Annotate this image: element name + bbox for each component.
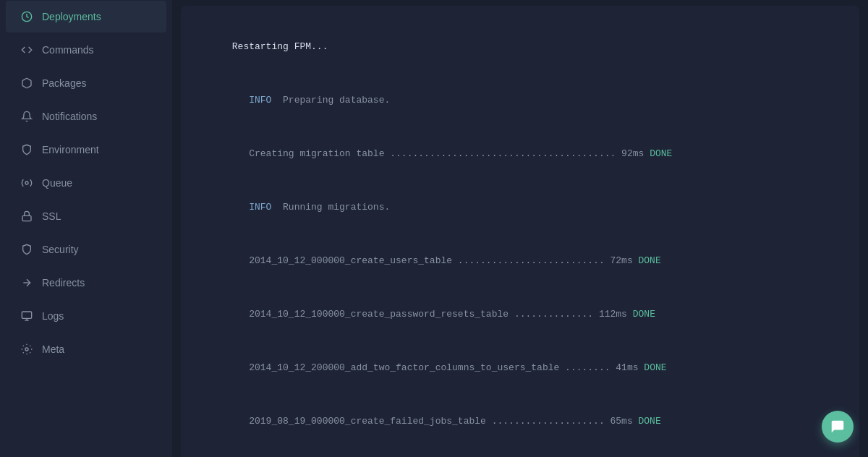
terminal-line-2: INFO Preparing database. — [198, 74, 842, 127]
redirects-icon — [20, 276, 33, 289]
svg-rect-4 — [22, 312, 31, 318]
terminal-line-3: Creating migration table ...............… — [198, 127, 842, 181]
svg-rect-2 — [22, 215, 31, 221]
sidebar-item-security[interactable]: Security — [6, 234, 166, 265]
terminal-line-4: INFO Running migrations. — [198, 181, 842, 234]
packages-icon — [20, 77, 33, 90]
sidebar-item-environment[interactable]: Environment — [6, 134, 166, 166]
terminal-line-6: 2014_10_12_100000_create_password_resets… — [198, 288, 842, 341]
sidebar-item-deployments[interactable]: Deployments — [6, 1, 166, 33]
sidebar-item-redirects[interactable]: Redirects — [6, 267, 166, 299]
sidebar-item-ssl[interactable]: SSL — [6, 200, 166, 232]
sidebar: Deployments Commands Packages Notificati… — [0, 0, 172, 457]
notifications-icon — [20, 110, 33, 123]
meta-icon — [20, 343, 33, 356]
terminal-line-7: 2014_10_12_200000_add_two_factor_columns… — [198, 341, 842, 395]
main-content: Restarting FPM... INFO Preparing databas… — [172, 0, 868, 457]
sidebar-item-notifications[interactable]: Notifications — [6, 101, 166, 132]
svg-point-1 — [25, 181, 28, 184]
terminal-line-8: 2019_08_19_000000_create_failed_jobs_tab… — [198, 395, 842, 448]
commands-icon — [20, 43, 33, 56]
terminal-line-9: 2019_12_14_000001_create_personal_access… — [198, 449, 842, 458]
sidebar-item-logs[interactable]: Logs — [6, 300, 166, 332]
environment-icon — [20, 143, 33, 156]
sidebar-item-queue[interactable]: Queue — [6, 167, 166, 199]
terminal-line-1: Restarting FPM... — [198, 20, 842, 74]
security-icon — [20, 243, 33, 256]
deployments-icon — [20, 10, 33, 23]
svg-point-7 — [25, 348, 28, 351]
chat-button[interactable] — [822, 411, 854, 443]
terminal-output: Restarting FPM... INFO Preparing databas… — [181, 6, 859, 457]
sidebar-item-packages[interactable]: Packages — [6, 67, 166, 99]
sidebar-item-meta[interactable]: Meta — [6, 333, 166, 365]
logs-icon — [20, 309, 33, 323]
terminal-line-5: 2014_10_12_000000_create_users_table ...… — [198, 234, 842, 288]
queue-icon — [20, 176, 33, 189]
sidebar-item-commands[interactable]: Commands — [6, 34, 166, 66]
ssl-icon — [20, 210, 33, 223]
